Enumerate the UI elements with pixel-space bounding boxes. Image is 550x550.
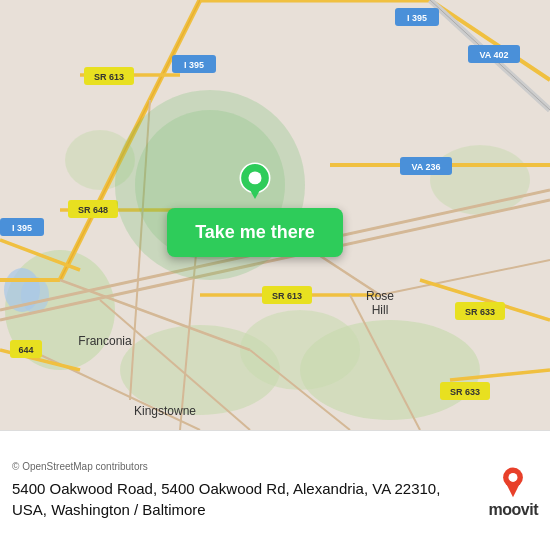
svg-text:Rose: Rose	[366, 289, 394, 303]
moovit-label: moovit	[489, 501, 538, 519]
svg-text:I 395: I 395	[407, 13, 427, 23]
svg-text:SR 633: SR 633	[450, 387, 480, 397]
svg-text:VA 402: VA 402	[479, 50, 508, 60]
svg-text:644: 644	[18, 345, 33, 355]
take-me-there-button[interactable]: Take me there	[167, 208, 343, 257]
svg-text:Kingstowne: Kingstowne	[134, 404, 196, 418]
svg-point-6	[240, 310, 360, 390]
moovit-icon	[495, 463, 531, 499]
location-pin-icon	[233, 160, 277, 204]
svg-text:SR 633: SR 633	[465, 307, 495, 317]
map-container: I 395 I 395 I 395 VA 402 VA 236 SR 613 S…	[0, 0, 550, 430]
svg-text:I 395: I 395	[184, 60, 204, 70]
svg-text:SR 648: SR 648	[78, 205, 108, 215]
svg-point-64	[248, 171, 261, 184]
svg-text:VA 236: VA 236	[411, 162, 440, 172]
address-line: 5400 Oakwood Road, 5400 Oakwood Rd, Alex…	[12, 478, 477, 520]
svg-text:Hill: Hill	[372, 303, 389, 317]
openstreetmap-credit: © OpenStreetMap contributors	[12, 461, 477, 472]
svg-text:SR 613: SR 613	[94, 72, 124, 82]
svg-text:SR 613: SR 613	[272, 291, 302, 301]
info-bar: © OpenStreetMap contributors 5400 Oakwoo…	[0, 430, 550, 550]
svg-text:I 395: I 395	[12, 223, 32, 233]
moovit-logo-block: moovit	[489, 463, 538, 519]
svg-point-69	[509, 472, 518, 481]
svg-point-8	[21, 277, 49, 313]
button-overlay: Take me there	[145, 160, 365, 257]
svg-text:Franconia: Franconia	[78, 334, 132, 348]
info-text-block: © OpenStreetMap contributors 5400 Oakwoo…	[12, 461, 477, 520]
